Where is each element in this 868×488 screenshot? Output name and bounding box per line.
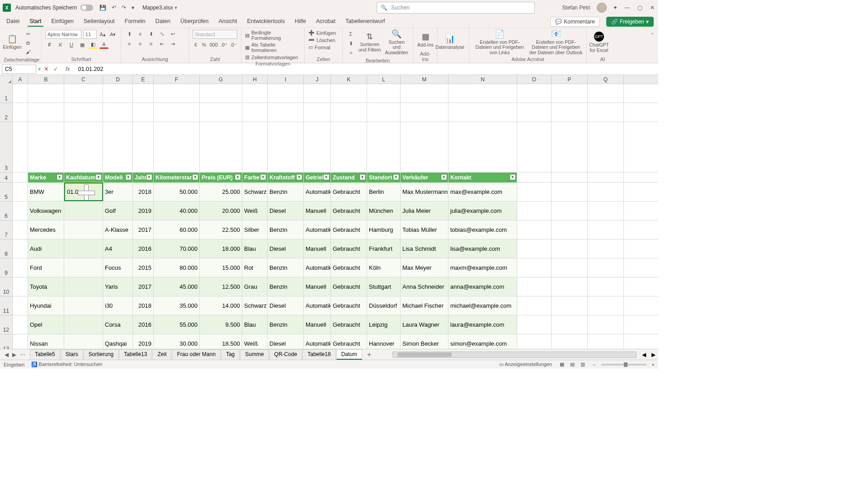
cell[interactable] bbox=[331, 122, 367, 172]
cell[interactable] bbox=[588, 173, 624, 182]
cell[interactable]: Tobias Müller bbox=[401, 221, 448, 239]
cell[interactable] bbox=[13, 239, 28, 258]
sheet-tab-tabelle13[interactable]: Tabelle13 bbox=[119, 349, 152, 360]
cell[interactable] bbox=[304, 84, 331, 103]
cell[interactable] bbox=[552, 103, 588, 122]
cell[interactable]: Manuell bbox=[304, 277, 331, 296]
row-header-8[interactable]: 8 bbox=[0, 239, 13, 258]
column-header-K[interactable]: K bbox=[331, 75, 367, 84]
table-header-cell[interactable]: Farbe▾ bbox=[242, 173, 268, 183]
cell[interactable] bbox=[13, 296, 28, 315]
minimize-icon[interactable]: ― bbox=[624, 5, 630, 11]
row-header-1[interactable]: 1 bbox=[0, 84, 13, 103]
cell[interactable]: A4 bbox=[103, 239, 133, 258]
cell[interactable] bbox=[552, 84, 588, 103]
format-painter-icon[interactable]: 🖌 bbox=[24, 48, 33, 56]
cell[interactable]: Düsseldorf bbox=[367, 296, 401, 315]
cell[interactable] bbox=[517, 173, 552, 182]
fx-icon[interactable]: fx bbox=[66, 66, 70, 72]
select-all-corner[interactable] bbox=[0, 75, 13, 84]
cell[interactable] bbox=[133, 84, 154, 103]
cell[interactable] bbox=[448, 103, 517, 122]
menu-tab-überprüfen[interactable]: Überprüfen bbox=[179, 17, 211, 27]
cell[interactable] bbox=[13, 202, 28, 220]
cell[interactable] bbox=[517, 277, 552, 296]
filter-icon[interactable]: ▾ bbox=[296, 174, 302, 180]
cell[interactable] bbox=[13, 183, 28, 201]
addins-button[interactable]: ▦Add-Ins bbox=[417, 30, 434, 50]
cell[interactable]: 60.000 bbox=[154, 221, 200, 239]
column-header-D[interactable]: D bbox=[103, 75, 133, 84]
cell[interactable]: Gebraucht bbox=[331, 183, 367, 201]
font-size-box[interactable]: 11 bbox=[83, 30, 97, 39]
align-right-icon[interactable]: ≡ bbox=[146, 40, 156, 48]
sort-filter-button[interactable]: ⇅Sortieren und Filtern bbox=[358, 30, 382, 55]
filter-icon[interactable]: ▾ bbox=[235, 174, 241, 180]
menu-tab-hilfe[interactable]: Hilfe bbox=[293, 17, 308, 27]
decrease-font-icon[interactable]: A▾ bbox=[108, 30, 117, 38]
cell[interactable]: Schwarz bbox=[242, 296, 268, 315]
cell[interactable] bbox=[103, 122, 133, 172]
cell[interactable]: Volkswagen bbox=[28, 202, 64, 220]
number-format-box[interactable]: Standard bbox=[193, 30, 237, 39]
sheet-tab-qr-code[interactable]: QR-Code bbox=[269, 349, 302, 360]
accessibility-status[interactable]: ♿ Barrierefreiheit: Untersuchen bbox=[31, 361, 103, 367]
cell[interactable]: 2015 bbox=[133, 258, 154, 277]
cell[interactable]: 3er bbox=[103, 183, 133, 201]
scroll-left-icon[interactable]: ◀ bbox=[639, 352, 649, 358]
cell[interactable]: 2018 bbox=[133, 296, 154, 315]
filter-icon[interactable]: ▾ bbox=[57, 174, 63, 180]
cell[interactable] bbox=[552, 122, 588, 172]
cell[interactable] bbox=[103, 84, 133, 103]
currency-icon[interactable]: € bbox=[193, 41, 199, 49]
cell[interactable]: 2017 bbox=[133, 221, 154, 239]
align-left-icon[interactable]: ≡ bbox=[125, 40, 134, 48]
cell[interactable] bbox=[331, 84, 367, 103]
cell[interactable]: 50.000 bbox=[154, 183, 200, 201]
column-header-M[interactable]: M bbox=[401, 75, 448, 84]
format-cells-button[interactable]: ▭ Format bbox=[308, 44, 330, 50]
menu-tab-datei[interactable]: Datei bbox=[5, 17, 21, 27]
cell[interactable]: Benzin bbox=[268, 315, 304, 334]
column-header-B[interactable]: B bbox=[28, 75, 64, 84]
cell[interactable] bbox=[331, 103, 367, 122]
cell[interactable]: Gebraucht bbox=[331, 221, 367, 239]
cell[interactable] bbox=[588, 296, 624, 315]
cell[interactable] bbox=[588, 122, 624, 172]
column-header-E[interactable]: E bbox=[133, 75, 154, 84]
filter-icon[interactable]: ▾ bbox=[125, 174, 132, 180]
cell[interactable]: 2017 bbox=[133, 277, 154, 296]
cell[interactable] bbox=[13, 315, 28, 334]
cell[interactable] bbox=[588, 221, 624, 239]
cell[interactable] bbox=[200, 84, 242, 103]
cell[interactable] bbox=[517, 258, 552, 277]
cell[interactable]: Benzin bbox=[268, 258, 304, 277]
redo-icon[interactable]: ↷ bbox=[122, 5, 126, 11]
cell[interactable]: Benzin bbox=[268, 221, 304, 239]
cell[interactable] bbox=[367, 84, 401, 103]
cell[interactable] bbox=[304, 122, 331, 172]
cell[interactable]: Max Mustermann bbox=[401, 183, 448, 201]
insert-cells-button[interactable]: ➕ Einfügen bbox=[308, 30, 336, 36]
cell[interactable] bbox=[64, 296, 103, 315]
cell[interactable] bbox=[448, 84, 517, 103]
normal-view-icon[interactable]: ▦ bbox=[557, 361, 566, 367]
column-header-H[interactable]: H bbox=[242, 75, 268, 84]
increase-decimal-icon[interactable]: .0⁺ bbox=[220, 41, 228, 49]
cell[interactable] bbox=[588, 277, 624, 296]
cell[interactable]: tobias@example.com bbox=[448, 221, 517, 239]
cell[interactable]: 2016 bbox=[133, 239, 154, 258]
column-header-I[interactable]: I bbox=[268, 75, 304, 84]
cell[interactable] bbox=[64, 315, 103, 334]
row-header-12[interactable]: 12 bbox=[0, 315, 13, 334]
cell[interactable] bbox=[517, 221, 552, 239]
filter-icon[interactable]: ▾ bbox=[441, 174, 447, 180]
align-bottom-icon[interactable]: ⬇ bbox=[146, 30, 156, 38]
cell[interactable]: Weiß bbox=[242, 202, 268, 220]
cell[interactable]: Benzin bbox=[268, 183, 304, 201]
menu-tab-entwicklertools[interactable]: Entwicklertools bbox=[245, 17, 287, 27]
cell[interactable]: Automatik bbox=[304, 296, 331, 315]
close-icon[interactable]: ✕ bbox=[649, 5, 656, 11]
sheet-tab-sortierung[interactable]: Sortierung bbox=[84, 349, 118, 360]
cell[interactable]: Automatik bbox=[304, 221, 331, 239]
